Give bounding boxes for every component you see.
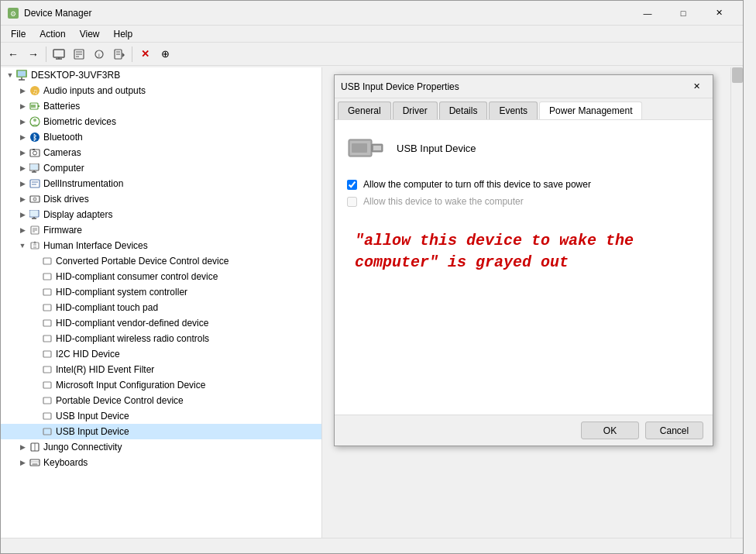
tab-details[interactable]: Details	[439, 102, 488, 119]
wake-computer-label[interactable]: Allow this device to wake the computer	[363, 196, 524, 207]
dialog-tab-bar: General Driver Details Events Power Mana…	[335, 98, 713, 120]
device-image	[347, 132, 384, 163]
save-power-label[interactable]: Allow the computer to turn off this devi…	[363, 179, 591, 190]
tab-power-management[interactable]: Power Management	[539, 102, 642, 119]
modal-overlay: USB Input Device Properties ✕ General Dr…	[1, 1, 743, 553]
dialog-content: USB Input Device Allow the computer to t…	[335, 120, 713, 415]
svg-rect-77	[373, 146, 381, 150]
annotation-text: "allow this device to wake the computer"…	[347, 222, 700, 281]
svg-rect-78	[352, 143, 367, 153]
wake-computer-checkbox[interactable]	[347, 197, 357, 207]
tab-driver[interactable]: Driver	[393, 102, 438, 119]
tab-events[interactable]: Events	[489, 102, 538, 119]
device-name-label: USB Input Device	[397, 143, 476, 154]
main-window: ⚙ Device Manager — □ ✕ File Action View …	[0, 0, 744, 554]
usb-properties-dialog: USB Input Device Properties ✕ General Dr…	[334, 74, 713, 446]
checkbox-wake-row: Allow this device to wake the computer	[347, 196, 700, 207]
dialog-title-bar: USB Input Device Properties ✕	[335, 75, 713, 98]
save-power-checkbox[interactable]	[347, 180, 357, 190]
checkbox-save-power-row: Allow the computer to turn off this devi…	[347, 179, 700, 190]
dialog-close-button[interactable]: ✕	[686, 79, 706, 95]
dialog-footer: OK Cancel	[335, 415, 713, 446]
ok-button[interactable]: OK	[581, 422, 639, 439]
cancel-button[interactable]: Cancel	[645, 422, 703, 439]
device-header: USB Input Device	[347, 132, 700, 163]
dialog-title: USB Input Device Properties	[341, 81, 686, 92]
tab-general[interactable]: General	[338, 102, 391, 119]
